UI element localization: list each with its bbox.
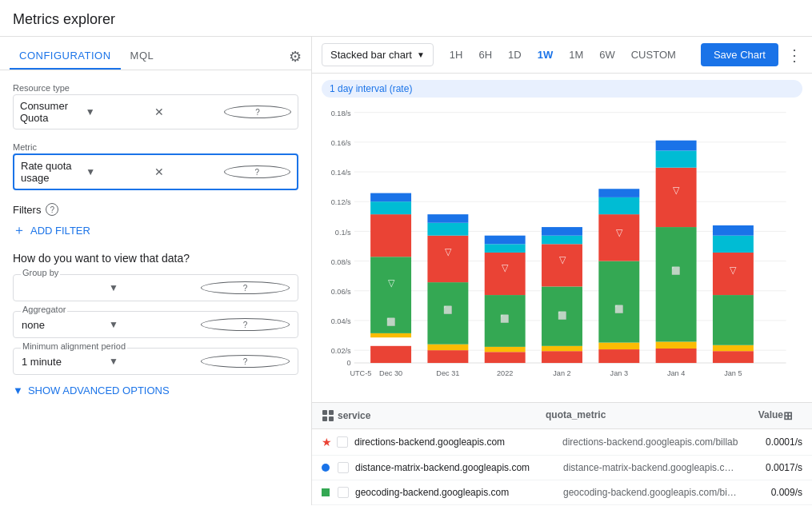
svg-rect-39	[485, 253, 526, 295]
row2-checkbox[interactable]	[338, 462, 349, 473]
more-options-icon[interactable]: ⋮	[786, 46, 802, 65]
chart-type-arrow-icon: ▼	[417, 50, 425, 59]
resource-type-value: Consumer Quota	[20, 100, 86, 124]
filters-label: Filters	[13, 204, 41, 216]
tab-configuration[interactable]: CONFIGURATION	[10, 43, 121, 70]
tab-mql[interactable]: MQL	[121, 43, 164, 70]
svg-text:▽: ▽	[730, 265, 738, 275]
col-service-label: service	[338, 410, 370, 421]
chart-area: 0.18/s 0.16/s 0.14/s 0.12/s 0.1/s 0.08/s…	[312, 104, 812, 402]
legend-col-value: Value	[719, 409, 783, 422]
aggregator-help-icon[interactable]: ?	[201, 318, 290, 331]
gear-icon[interactable]: ⚙	[289, 48, 302, 66]
svg-text:0.18/s: 0.18/s	[331, 110, 351, 118]
row1-quota: directions-backend.googleapis.com/billab	[562, 436, 738, 448]
group-section-title: How do you want to view that data?	[13, 252, 298, 265]
add-filter-label: ADD FILTER	[30, 225, 90, 237]
square-icon	[322, 488, 330, 496]
svg-text:⬜: ⬜	[614, 305, 624, 314]
resource-type-select[interactable]: Consumer Quota ▼ ✕ ?	[13, 94, 298, 129]
svg-text:0.12/s: 0.12/s	[331, 198, 351, 206]
svg-text:▽: ▽	[616, 227, 623, 237]
filters-help-icon[interactable]: ?	[46, 203, 58, 216]
legend-table: service quota_metric Value ⊞ ★ direction…	[312, 402, 812, 505]
time-btn-1m[interactable]: 1M	[562, 44, 590, 66]
interval-badge: 1 day interval (rate)	[322, 80, 802, 98]
legend-col-quota: quota_metric	[546, 409, 719, 422]
time-btn-1w[interactable]: 1W	[531, 44, 560, 66]
svg-text:▽: ▽	[673, 185, 680, 194]
svg-rect-61	[656, 342, 697, 349]
time-btn-1d[interactable]: 1D	[502, 44, 528, 66]
row1-service: directions-backend.googleapis.com	[354, 436, 562, 448]
group-by-select[interactable]: ▼ ?	[13, 274, 298, 301]
row3-value: 0.009/s	[738, 487, 802, 498]
svg-text:UTC-5: UTC-5	[350, 369, 371, 376]
metric-group: Metric Rate quota usage ▼ ✕ ?	[13, 142, 298, 190]
svg-rect-83	[322, 410, 327, 415]
svg-rect-29	[427, 345, 468, 350]
min-align-wrapper: Minimum alignment period 1 minute ▼ ?	[13, 348, 298, 375]
min-align-arrow-icon: ▼	[109, 356, 196, 367]
min-align-label: Minimum alignment period	[21, 341, 127, 351]
legend-col-grid-icon[interactable]: ⊞	[783, 409, 802, 422]
svg-text:⬜: ⬜	[558, 311, 567, 321]
time-btn-6w[interactable]: 6W	[593, 44, 622, 66]
svg-text:Jan 4: Jan 4	[667, 369, 685, 376]
svg-rect-31	[427, 236, 468, 282]
min-align-value: 1 minute	[22, 356, 109, 368]
svg-rect-63	[656, 168, 697, 227]
time-btn-custom[interactable]: CUSTOM	[625, 44, 682, 66]
min-align-help-icon[interactable]: ?	[201, 355, 290, 368]
left-content: Resource type Consumer Quota ▼ ✕ ? Metri…	[0, 70, 311, 409]
svg-rect-73	[713, 225, 754, 236]
time-btn-1h[interactable]: 1H	[443, 44, 470, 66]
svg-text:▽: ▽	[388, 278, 395, 288]
row1-checkbox[interactable]	[337, 436, 348, 448]
svg-rect-62	[656, 227, 697, 341]
show-advanced-label: SHOW ADVANCED OPTIONS	[28, 384, 170, 396]
metric-help-icon[interactable]: ?	[224, 165, 290, 178]
svg-rect-37	[485, 347, 526, 352]
add-filter-button[interactable]: ＋ ADD FILTER	[13, 222, 298, 239]
svg-rect-55	[598, 214, 639, 261]
right-panel: Stacked bar chart ▼ 1H 6H 1D 1W 1M 6W CU…	[312, 37, 812, 505]
svg-rect-54	[598, 261, 639, 343]
time-btn-6h[interactable]: 6H	[472, 44, 498, 66]
save-chart-button[interactable]: Save Chart	[701, 43, 778, 66]
grid-layout-icon[interactable]: ⊞	[783, 409, 793, 422]
resource-type-help-icon[interactable]: ?	[224, 106, 291, 118]
svg-rect-32	[427, 223, 468, 236]
svg-rect-52	[598, 349, 639, 363]
metric-clear-icon[interactable]: ✕	[154, 165, 219, 178]
group-by-help-icon[interactable]: ?	[201, 281, 290, 294]
svg-text:0.08/s: 0.08/s	[331, 258, 351, 266]
aggregator-value: none	[22, 319, 109, 331]
app-header: Metrics explorer	[0, 0, 812, 37]
row3-quota: geocoding-backend.googleapis.com/billab	[563, 487, 738, 498]
svg-rect-65	[656, 141, 697, 151]
min-align-select[interactable]: 1 minute ▼ ?	[13, 348, 298, 375]
svg-rect-70	[713, 295, 754, 345]
row2-value: 0.0017/s	[738, 462, 802, 473]
svg-rect-57	[598, 189, 639, 197]
svg-rect-84	[329, 410, 334, 415]
svg-rect-44	[542, 351, 582, 363]
svg-rect-20	[370, 346, 411, 363]
show-advanced-button[interactable]: ▼ SHOW ADVANCED OPTIONS	[13, 384, 298, 396]
group-by-label: Group by	[21, 268, 60, 277]
chevron-down-icon: ▼	[13, 384, 23, 396]
metric-select[interactable]: Rate quota usage ▼ ✕ ?	[13, 153, 298, 190]
row2-service: distance-matrix-backend.googleapis.com	[355, 462, 563, 473]
svg-rect-68	[713, 351, 754, 363]
row3-checkbox[interactable]	[338, 487, 349, 498]
chart-type-label: Stacked bar chart	[330, 49, 412, 61]
chart-type-select[interactable]: Stacked bar chart ▼	[322, 43, 434, 66]
svg-text:⬜: ⬜	[671, 266, 681, 276]
chart-svg: 0.18/s 0.16/s 0.14/s 0.12/s 0.1/s 0.08/s…	[322, 104, 802, 376]
svg-rect-86	[329, 416, 334, 421]
resource-type-clear-icon[interactable]: ✕	[154, 106, 220, 118]
svg-text:0.1/s: 0.1/s	[335, 228, 351, 236]
svg-rect-48	[542, 236, 582, 245]
aggregator-select[interactable]: none ▼ ?	[13, 311, 298, 338]
